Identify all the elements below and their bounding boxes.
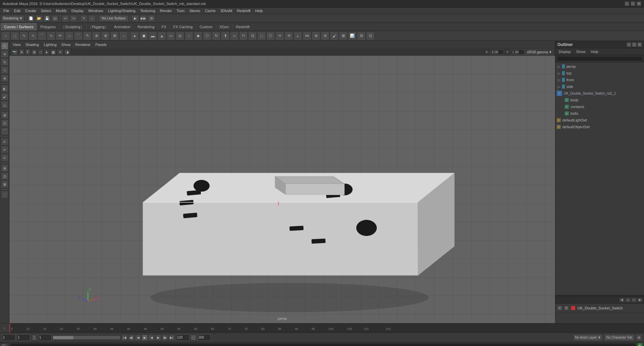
tab-polygons[interactable]: Polygons: [37, 23, 59, 31]
close-button[interactable]: ✕: [637, 1, 641, 6]
tab-animation[interactable]: Animation: [111, 23, 134, 31]
display-layer[interactable]: ≡: [1, 138, 8, 145]
vp-all-lights[interactable]: ☀: [57, 49, 63, 55]
outliner-restore[interactable]: □: [632, 42, 637, 47]
vp-menu-panels[interactable]: Panels: [93, 42, 109, 47]
tree-item-body[interactable]: ▷ body: [555, 97, 644, 103]
pb-prev-frame[interactable]: ◀: [135, 335, 141, 341]
vp-wireframe[interactable]: □: [38, 49, 43, 55]
tree-item-uk-group[interactable]: ▽ UK_Double_Socket_Switch_nd1_1: [555, 90, 644, 97]
chart-icon[interactable]: 📊: [348, 32, 357, 40]
menu-display[interactable]: Display: [70, 8, 86, 13]
vp-frame-sel[interactable]: F: [25, 49, 31, 55]
pb-jump-end[interactable]: ▶|: [169, 335, 175, 341]
range-track[interactable]: [53, 336, 120, 339]
scale-tool[interactable]: ⤡: [1, 66, 8, 74]
no-live-surface-btn[interactable]: No Live Surface: [99, 15, 129, 22]
pb-next-frame[interactable]: ▶: [155, 335, 161, 341]
options3[interactable]: ⊠: [1, 181, 8, 188]
node-color-swatch[interactable]: [571, 306, 576, 310]
menu-texturing[interactable]: Texturing: [138, 8, 157, 13]
move-tool[interactable]: ✛: [1, 50, 8, 58]
tree-item-contacts[interactable]: ▷ contacts: [555, 103, 644, 110]
viewport-3d[interactable]: X Y Z persp: [9, 56, 555, 323]
anim-layer[interactable]: ≡: [1, 154, 8, 161]
render-btn[interactable]: ▶: [132, 15, 139, 22]
project-icon[interactable]: ⊥: [293, 32, 302, 40]
universal-tool[interactable]: ⊕: [1, 75, 8, 82]
snap-curve[interactable]: ⌒: [1, 128, 8, 135]
nurbs-square-icon[interactable]: □: [10, 32, 19, 40]
attach-curve-icon[interactable]: ⊞: [110, 32, 119, 40]
tab-redshift[interactable]: Redshift: [233, 23, 253, 31]
menu-windows[interactable]: Windows: [86, 8, 105, 13]
ob-btn-4[interactable]: ▶: [637, 298, 643, 302]
options1[interactable]: ⊞: [1, 164, 8, 172]
nurbs-torus-icon[interactable]: ◎: [176, 32, 184, 40]
nurbs-circle-icon[interactable]: ○: [1, 32, 10, 40]
timeline-numbers[interactable]: 5 10 15 20 25 30 35 40 45 50 55 60 65 70…: [9, 324, 644, 333]
ob-btn-1[interactable]: ◀: [619, 298, 625, 302]
bezier-icon[interactable]: ∿: [47, 32, 55, 40]
color-space-dropdown[interactable]: sRGB gamma ▼: [525, 49, 554, 55]
loft-icon[interactable]: ⬡: [203, 32, 212, 40]
restore-button[interactable]: □: [631, 1, 635, 6]
frame-current-input[interactable]: [17, 334, 30, 341]
vp-grid-toggle[interactable]: ⊞: [31, 49, 37, 55]
pb-play-bwd[interactable]: ◀: [148, 335, 154, 341]
frame-total-input[interactable]: [197, 334, 211, 341]
menu-redshift[interactable]: Redshift: [235, 8, 252, 13]
frame-end-input[interactable]: [176, 334, 189, 341]
vp-y-input[interactable]: [511, 49, 524, 55]
menu-render[interactable]: Render: [158, 8, 174, 13]
offset-icon[interactable]: ⊡: [366, 32, 375, 40]
tab-rigging[interactable]: [ Rigging ]: [86, 23, 110, 31]
pencil-icon[interactable]: ✏: [56, 32, 64, 40]
new-scene-btn[interactable]: 📄: [27, 15, 35, 22]
untrim-icon[interactable]: ⟲: [284, 32, 293, 40]
anim-layer-dropdown[interactable]: No Anim Layer ▼: [573, 334, 603, 341]
menu-help[interactable]: Help: [253, 8, 265, 13]
nurbs-sphere-icon[interactable]: ●: [130, 32, 139, 40]
mel-input[interactable]: [10, 343, 636, 346]
menu-3dtoall[interactable]: 3DtoAll: [218, 8, 234, 13]
ob-btn-2[interactable]: ◁: [625, 298, 631, 302]
tab-custom[interactable]: Custom: [196, 23, 216, 31]
undo-btn[interactable]: ↩: [62, 15, 69, 22]
menu-lighting-shading[interactable]: Lighting/Shading: [106, 8, 137, 13]
vp-menu-renderer[interactable]: Renderer: [73, 42, 93, 47]
tab-fx-caching[interactable]: FX Caching: [170, 23, 196, 31]
options2[interactable]: ⊡: [1, 172, 8, 180]
redo-btn[interactable]: ↪: [70, 15, 77, 22]
tree-item-bolts[interactable]: ▷ bolts: [555, 110, 644, 117]
tree-item-light-set[interactable]: ▷ defaultLightSet: [555, 117, 644, 123]
outliner-search-input[interactable]: [557, 56, 643, 61]
menu-cache[interactable]: Cache: [203, 8, 218, 13]
tab-fx[interactable]: FX: [158, 23, 170, 31]
render-seq-btn[interactable]: ▶▶: [140, 15, 147, 22]
curve-point-icon[interactable]: ⊕: [92, 32, 101, 40]
nurbs-cube-icon[interactable]: ◼: [139, 32, 148, 40]
vp-textured[interactable]: ▦: [50, 49, 56, 55]
detach-curve-icon[interactable]: ⊗: [101, 32, 110, 40]
nurbs-plane-icon[interactable]: ▭: [167, 32, 175, 40]
select-tool[interactable]: ↖: [1, 42, 8, 50]
vp-menu-view[interactable]: View: [11, 42, 23, 47]
vp-x-input[interactable]: [491, 49, 504, 55]
global-stitch-icon[interactable]: ⊜: [321, 32, 329, 40]
trim-icon[interactable]: ✂: [275, 32, 284, 40]
pb-play-fwd[interactable]: ▶: [142, 335, 148, 341]
sketch-icon[interactable]: ✎: [83, 32, 92, 40]
menu-stereo[interactable]: Stereo: [187, 8, 202, 13]
cv-curve-icon[interactable]: ∿: [29, 32, 37, 40]
viewport-area[interactable]: View Shading Lighting Show Renderer Pane…: [9, 41, 555, 323]
two-point-arc-icon[interactable]: ⌒: [74, 32, 83, 40]
select-tool-btn[interactable]: ↖: [80, 15, 88, 22]
nurbs-cone-icon[interactable]: ▲: [157, 32, 166, 40]
vp-menu-shading[interactable]: Shading: [24, 42, 41, 47]
minimize-button[interactable]: –: [625, 1, 629, 6]
vp-menu-lighting[interactable]: Lighting: [42, 42, 59, 47]
outliner-close[interactable]: ✕: [637, 42, 642, 47]
render-options-btn[interactable]: ⚙: [148, 15, 155, 22]
ob-btn-3[interactable]: ▷: [631, 298, 637, 302]
